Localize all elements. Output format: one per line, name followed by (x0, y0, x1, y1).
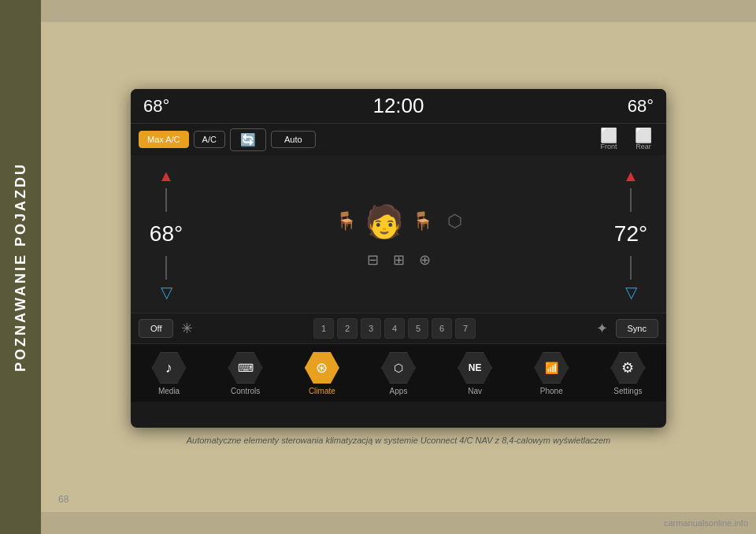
seat-row-top: 🪑 🧑 🪑 ⬡ (335, 203, 462, 240)
nav-nav-label: Nav (468, 387, 482, 395)
front-defrost-button[interactable]: ⬜ Front (594, 127, 624, 152)
nav-controls-hex: ⌨ (228, 352, 263, 384)
speed-btn-5[interactable]: 5 (408, 318, 428, 339)
fan-speed-row: Off ✳ 1 2 3 4 5 6 7 ✦ Sync (131, 313, 666, 343)
left-temp-line (165, 188, 167, 212)
right-temp-line (630, 188, 632, 212)
nav-settings-label: Settings (613, 387, 642, 395)
nav-nav[interactable]: NE Nav (437, 349, 513, 399)
left-temp-up-button[interactable]: ▲ (158, 167, 174, 185)
speed-btn-7[interactable]: 7 (455, 318, 476, 339)
left-zone-temp: 68° (150, 221, 183, 247)
nav-apps-hex: ⬡ (381, 352, 416, 384)
clock-display: 12:00 (372, 94, 424, 118)
nav-climate-label: Climate (309, 387, 335, 395)
front-defrost-icon: ⬜ (600, 128, 617, 143)
nav-settings-hex: ⚙ (610, 352, 645, 384)
climate-icon: ⊛ (316, 359, 328, 376)
rear-defrost-button[interactable]: ⬜ Rear (628, 127, 658, 152)
media-icon: ♪ (165, 360, 172, 376)
nav-media-hex: ♪ (152, 352, 187, 384)
navigation-bar: ♪ Media ⌨ Controls ⊛ Climate (131, 343, 666, 402)
sidebar-text: POZNAWANIE POJAZDU (13, 162, 29, 372)
left-temp-display: 68° (143, 96, 169, 117)
ac-button[interactable]: A/C (194, 131, 225, 148)
nav-phone-label: Phone (540, 387, 563, 395)
center-seat-icon: 🧑 (365, 203, 404, 240)
seat-heat-high-icon[interactable]: ⊕ (419, 251, 431, 269)
nav-climate-hex: ⊛ (305, 352, 339, 384)
rear-defrost-icon: ⬜ (635, 128, 652, 143)
nav-icon-sym: NE (469, 362, 482, 373)
sidebar: POZNAWANIE POJAZDU (0, 0, 41, 534)
right-temp-line-bottom (630, 256, 632, 280)
right-temp-down-button[interactable]: ▽ (625, 283, 637, 302)
right-temp-up-button[interactable]: ▲ (623, 167, 639, 185)
left-temp-down-button[interactable]: ▽ (161, 283, 172, 302)
climate-main-panel: ▲ 68° ▽ 🪑 🧑 🪑 ⬡ ⊟ ⊞ (131, 155, 666, 313)
main-content: 68° 12:00 68° Max A/C A/C 🔄 Auto ⬜ Front (41, 22, 756, 512)
right-seat-icon[interactable]: 🪑 (412, 211, 433, 232)
speed-btn-1[interactable]: 1 (313, 318, 334, 339)
left-seat-heated-icon[interactable]: 🪑 (335, 211, 357, 232)
recirculation-button[interactable]: 🔄 (230, 128, 266, 151)
right-temp-control: ▲ 72° ▽ (595, 155, 666, 313)
fan-low-icon: ✳ (181, 320, 193, 337)
seat-heat-low-icon[interactable]: ⊟ (367, 251, 379, 269)
seating-visualization: 🪑 🧑 🪑 ⬡ ⊟ ⊞ ⊕ (202, 155, 595, 313)
right-temp-display: 68° (628, 96, 654, 117)
speed-btn-4[interactable]: 4 (384, 318, 405, 339)
apps-icon: ⬡ (394, 362, 403, 374)
nav-climate[interactable]: ⊛ Climate (284, 349, 360, 399)
speed-btn-3[interactable]: 3 (361, 318, 381, 339)
watermark: carmanualsonline.info (664, 518, 748, 528)
speed-btn-6[interactable]: 6 (432, 318, 452, 339)
screen-topbar: 68° 12:00 68° (131, 89, 666, 123)
screen-caption: Automatyczne elementy sterowania klimaty… (187, 436, 611, 445)
speed-buttons: 1 2 3 4 5 6 7 (201, 318, 587, 339)
nav-apps-label: Apps (390, 387, 408, 395)
nav-controls-label: Controls (231, 387, 260, 395)
fan-off-button[interactable]: Off (139, 319, 173, 338)
page-background: POZNAWANIE POJAZDU 68° 12:00 68° Max A/C… (0, 0, 756, 534)
nav-media[interactable]: ♪ Media (131, 349, 207, 399)
max-ac-button[interactable]: Max A/C (139, 131, 189, 148)
sync-button[interactable]: Sync (616, 319, 658, 338)
nav-apps[interactable]: ⬡ Apps (360, 349, 436, 399)
page-number: 68 (55, 492, 72, 506)
climate-control-bar: Max A/C A/C 🔄 Auto ⬜ Front ⬜ Rear (131, 123, 666, 155)
controls-icon: ⌨ (238, 362, 254, 374)
nav-settings[interactable]: ⚙ Settings (590, 349, 666, 399)
fan-high-icon: ✦ (596, 320, 608, 337)
top-strip (41, 0, 756, 22)
seat-controls: ⊟ ⊞ ⊕ (367, 251, 431, 269)
infotainment-screen: 68° 12:00 68° Max A/C A/C 🔄 Auto ⬜ Front (131, 89, 666, 428)
settings-icon: ⚙ (621, 359, 634, 376)
nav-phone[interactable]: 📶 Phone (513, 349, 590, 399)
nav-controls[interactable]: ⌨ Controls (207, 349, 284, 399)
bottom-strip (41, 512, 756, 534)
nav-nav-hex: NE (458, 352, 492, 384)
left-temp-line-bottom (165, 256, 167, 280)
nav-media-label: Media (158, 387, 180, 395)
nav-phone-hex: 📶 (534, 352, 569, 384)
left-temp-control: ▲ 68° ▽ (131, 155, 202, 313)
phone-icon: 📶 (545, 362, 558, 374)
seat-heat-med-icon[interactable]: ⊞ (393, 251, 405, 269)
auto-button[interactable]: Auto (271, 131, 316, 148)
speed-btn-2[interactable]: 2 (337, 318, 358, 339)
right-seat-2-icon[interactable]: ⬡ (447, 211, 462, 232)
right-zone-temp: 72° (614, 221, 647, 247)
recirculation-icon: 🔄 (240, 133, 256, 146)
